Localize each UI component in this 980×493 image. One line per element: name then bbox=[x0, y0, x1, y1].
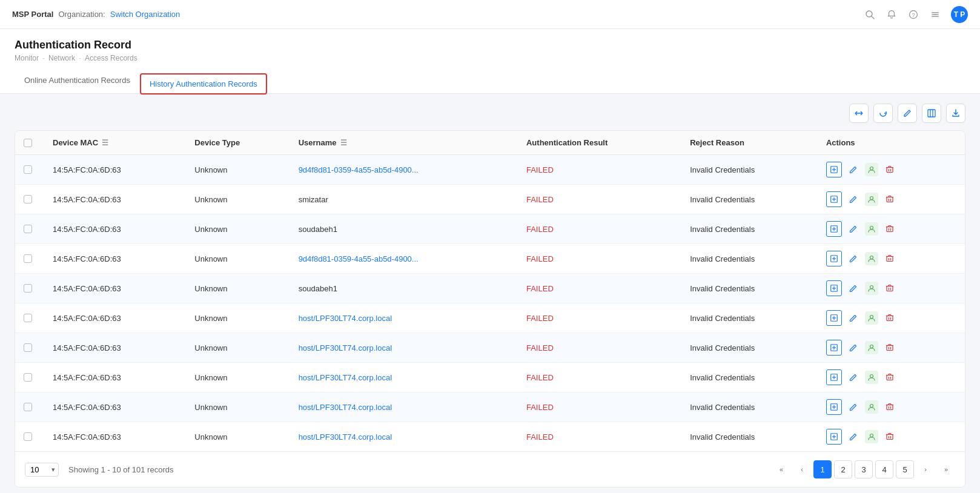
row-username[interactable]: 9d4f8d81-0359-4a55-ab5d-4900... bbox=[290, 244, 518, 274]
expand-row-btn[interactable] bbox=[826, 251, 842, 266]
edit-row-btn[interactable] bbox=[846, 399, 861, 415]
page-size-select[interactable]: 10 20 50 100 bbox=[25, 463, 59, 477]
row-checkbox[interactable] bbox=[24, 403, 32, 411]
row-username[interactable]: host/LPF30LT74.corp.local bbox=[290, 392, 518, 422]
row-username[interactable]: host/LPF30LT74.corp.local bbox=[290, 303, 518, 333]
edit-row-btn[interactable] bbox=[846, 191, 861, 207]
switch-org-link[interactable]: Switch Organization bbox=[110, 10, 180, 19]
row-checkbox-cell[interactable] bbox=[15, 244, 44, 274]
row-checkbox[interactable] bbox=[24, 225, 32, 233]
row-checkbox[interactable] bbox=[24, 314, 32, 322]
row-checkbox-cell[interactable] bbox=[15, 274, 44, 303]
row-checkbox-cell[interactable] bbox=[15, 214, 44, 244]
edit-button[interactable] bbox=[898, 104, 917, 123]
assign-row-btn[interactable] bbox=[865, 430, 878, 443]
columns-button[interactable] bbox=[922, 104, 941, 123]
row-checkbox-cell[interactable] bbox=[15, 155, 44, 185]
page-last-btn[interactable]: » bbox=[937, 460, 955, 478]
expand-row-btn[interactable] bbox=[826, 369, 842, 385]
row-username[interactable]: 9d4f8d81-0359-4a55-ab5d-4900... bbox=[290, 155, 518, 185]
page-1-btn[interactable]: 1 bbox=[813, 460, 832, 478]
page-prev-btn[interactable]: ‹ bbox=[793, 460, 811, 478]
row-result: FAILED bbox=[518, 274, 681, 303]
delete-row-btn[interactable] bbox=[882, 162, 898, 177]
breadcrumb-access[interactable]: Access Records bbox=[85, 54, 137, 62]
export-button[interactable] bbox=[946, 104, 965, 123]
assign-row-btn[interactable] bbox=[865, 222, 878, 236]
delete-row-btn[interactable] bbox=[882, 429, 898, 445]
expand-row-btn[interactable] bbox=[826, 340, 842, 356]
expand-row-btn[interactable] bbox=[826, 429, 842, 445]
assign-row-btn[interactable] bbox=[865, 282, 878, 295]
breadcrumb-network[interactable]: Network bbox=[48, 54, 75, 62]
delete-row-btn[interactable] bbox=[882, 191, 898, 207]
row-checkbox[interactable] bbox=[24, 343, 32, 352]
delete-row-btn[interactable] bbox=[882, 310, 898, 326]
expand-row-btn[interactable] bbox=[826, 191, 842, 207]
page-3-btn[interactable]: 3 bbox=[855, 460, 873, 478]
row-checkbox[interactable] bbox=[24, 165, 32, 174]
row-checkbox-cell[interactable] bbox=[15, 392, 44, 422]
mac-sort-icon[interactable]: ☰ bbox=[102, 139, 108, 147]
expand-row-btn[interactable] bbox=[826, 310, 842, 326]
delete-row-btn[interactable] bbox=[882, 399, 898, 415]
edit-row-btn[interactable] bbox=[846, 251, 861, 266]
header-checkbox[interactable] bbox=[15, 131, 44, 155]
row-checkbox-cell[interactable] bbox=[15, 185, 44, 214]
row-checkbox-cell[interactable] bbox=[15, 333, 44, 363]
tab-online[interactable]: Online Authentication Records bbox=[15, 70, 140, 93]
search-icon[interactable] bbox=[864, 8, 876, 21]
expand-row-btn[interactable] bbox=[826, 221, 842, 237]
delete-row-btn[interactable] bbox=[882, 369, 898, 385]
edit-row-btn[interactable] bbox=[846, 340, 861, 356]
row-result: FAILED bbox=[518, 392, 681, 422]
tab-history[interactable]: History Authentication Records bbox=[140, 73, 267, 94]
delete-row-btn[interactable] bbox=[882, 251, 898, 266]
assign-row-btn[interactable] bbox=[865, 193, 878, 206]
page-first-btn[interactable]: « bbox=[772, 460, 790, 478]
row-username[interactable]: host/LPF30LT74.corp.local bbox=[290, 333, 518, 363]
page-4-btn[interactable]: 4 bbox=[875, 460, 893, 478]
page-next-btn[interactable]: › bbox=[916, 460, 935, 478]
row-checkbox-cell[interactable] bbox=[15, 303, 44, 333]
delete-row-btn[interactable] bbox=[882, 221, 898, 237]
select-all-checkbox[interactable] bbox=[24, 139, 32, 147]
edit-row-btn[interactable] bbox=[846, 162, 861, 177]
avatar[interactable]: T P bbox=[951, 6, 968, 23]
row-checkbox-cell[interactable] bbox=[15, 363, 44, 392]
row-checkbox[interactable] bbox=[24, 254, 32, 263]
breadcrumb-monitor[interactable]: Monitor bbox=[15, 54, 39, 62]
expand-row-btn[interactable] bbox=[826, 280, 842, 296]
assign-row-btn[interactable] bbox=[865, 163, 878, 176]
bell-icon[interactable] bbox=[886, 8, 898, 21]
page-5-btn[interactable]: 5 bbox=[896, 460, 914, 478]
edit-row-btn[interactable] bbox=[846, 429, 861, 445]
page-2-btn[interactable]: 2 bbox=[834, 460, 852, 478]
edit-row-btn[interactable] bbox=[846, 221, 861, 237]
row-checkbox[interactable] bbox=[24, 373, 32, 382]
assign-row-btn[interactable] bbox=[865, 252, 878, 265]
row-username[interactable]: host/LPF30LT74.corp.local bbox=[290, 422, 518, 452]
expand-row-btn[interactable] bbox=[826, 399, 842, 415]
expand-button[interactable] bbox=[849, 104, 869, 123]
row-checkbox[interactable] bbox=[24, 432, 32, 441]
settings-icon[interactable] bbox=[929, 8, 941, 21]
row-checkbox[interactable] bbox=[24, 195, 32, 203]
username-sort-icon[interactable]: ☰ bbox=[340, 139, 347, 147]
delete-row-btn[interactable] bbox=[882, 340, 898, 356]
assign-row-btn[interactable] bbox=[865, 341, 878, 354]
expand-row-btn[interactable] bbox=[826, 162, 842, 177]
edit-row-btn[interactable] bbox=[846, 280, 861, 296]
assign-row-btn[interactable] bbox=[865, 371, 878, 384]
help-icon[interactable]: ? bbox=[907, 8, 919, 21]
row-username[interactable]: host/LPF30LT74.corp.local bbox=[290, 363, 518, 392]
row-checkbox[interactable] bbox=[24, 284, 32, 293]
edit-row-btn[interactable] bbox=[846, 369, 861, 385]
assign-row-btn[interactable] bbox=[865, 400, 878, 414]
edit-row-btn[interactable] bbox=[846, 310, 861, 326]
delete-row-btn[interactable] bbox=[882, 280, 898, 296]
row-checkbox-cell[interactable] bbox=[15, 422, 44, 452]
assign-row-btn[interactable] bbox=[865, 311, 878, 325]
refresh-button[interactable] bbox=[873, 104, 893, 123]
svg-rect-4 bbox=[932, 12, 939, 13]
